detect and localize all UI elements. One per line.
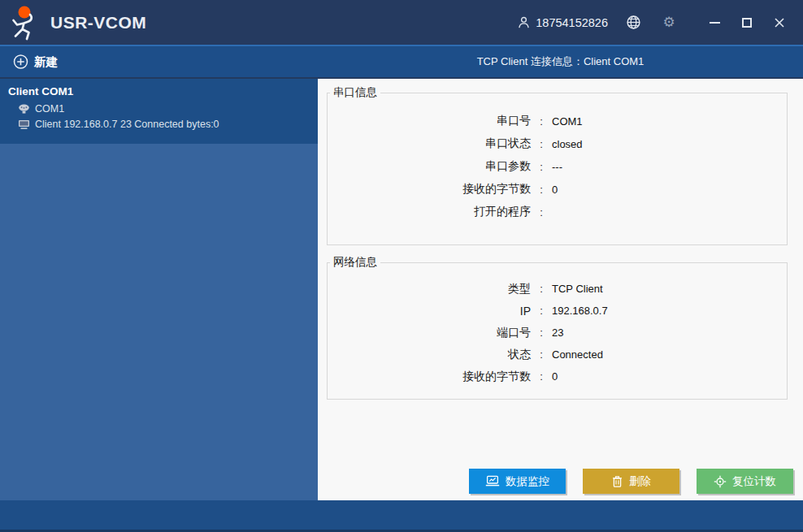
new-connection-label: 新建	[34, 54, 58, 70]
footer-bar	[0, 500, 803, 532]
info-row: 状态 : Connected	[328, 344, 787, 365]
info-value: 0	[552, 370, 787, 383]
info-value: 0	[552, 184, 787, 196]
info-label: IP	[328, 305, 531, 318]
globe-icon	[626, 15, 641, 30]
user-icon	[517, 15, 531, 29]
info-colon: :	[531, 305, 552, 317]
info-row: 接收的字节数 : 0	[328, 178, 787, 201]
settings-button[interactable]: ⚙	[657, 11, 681, 35]
info-colon: :	[531, 327, 552, 339]
maximize-icon	[742, 18, 752, 28]
serial-info-group: 串口信息 串口号 : COM1 串口状态 : closed 串口参数 : ---	[327, 85, 788, 245]
titlebar: USR-VCOM 18754152826	[0, 0, 803, 45]
connection-item-port: COM1	[35, 103, 64, 115]
info-row: 端口号 : 23	[328, 322, 787, 344]
info-row: IP : 192.168.0.7	[328, 300, 787, 322]
connection-sidebar: Client COM1 COM1	[0, 79, 318, 500]
close-button[interactable]	[767, 11, 792, 35]
network-info-legend: 网络信息	[330, 255, 380, 270]
language-button[interactable]	[621, 11, 645, 35]
info-row: 串口参数 : ---	[328, 155, 787, 178]
info-row: 接收的字节数 : 0	[328, 365, 787, 387]
delete-button[interactable]: 删除	[583, 469, 679, 494]
info-row: 串口状态 : closed	[328, 132, 787, 155]
info-value: closed	[552, 138, 787, 150]
user-account[interactable]: 18754152826	[517, 15, 608, 29]
connection-info-title: TCP Client 连接信息：Client COM1	[318, 46, 803, 77]
maximize-button[interactable]	[735, 11, 759, 35]
serial-port-icon	[18, 104, 30, 115]
info-colon: :	[531, 138, 552, 150]
connection-item-title: Client COM1	[8, 85, 310, 97]
info-label: 串口号	[328, 114, 531, 128]
target-icon	[714, 475, 727, 488]
new-connection-button[interactable]: 新建	[13, 54, 58, 70]
user-id: 18754152826	[536, 16, 608, 29]
info-colon: :	[531, 283, 552, 295]
connection-item-link: Client 192.168.0.7 23 Connected bytes:0	[35, 119, 219, 130]
info-value: Connected	[552, 348, 787, 361]
trash-icon	[611, 475, 623, 488]
info-colon: :	[531, 161, 552, 173]
minimize-icon	[710, 22, 720, 24]
detail-panel: 串口信息 串口号 : COM1 串口状态 : closed 串口参数 : ---	[318, 79, 803, 500]
data-monitor-button[interactable]: 数据监控	[469, 469, 566, 494]
info-colon: :	[531, 184, 552, 196]
usr-vcom-window: USR-VCOM 18754152826	[0, 0, 803, 532]
connection-item-port-row: COM1	[18, 103, 310, 115]
info-row: 类型 : TCP Client	[328, 278, 787, 300]
info-value: 192.168.0.7	[552, 305, 787, 317]
info-label: 打开的程序	[328, 205, 531, 219]
reset-count-label: 复位计数	[732, 474, 776, 489]
info-label: 端口号	[328, 326, 531, 340]
data-monitor-label: 数据监控	[506, 474, 549, 489]
monitor-icon	[18, 119, 30, 130]
info-colon: :	[531, 348, 552, 361]
plus-circle-icon	[13, 54, 28, 70]
minimize-button[interactable]	[702, 11, 727, 35]
connection-list-item-selected[interactable]: Client COM1 COM1	[0, 79, 318, 144]
delete-label: 删除	[629, 474, 651, 489]
app-logo-icon	[8, 5, 42, 41]
info-label: 接收的字节数	[328, 182, 531, 197]
main-area: Client COM1 COM1	[0, 79, 803, 500]
gear-icon: ⚙	[662, 15, 675, 29]
info-row: 打开的程序 :	[328, 201, 787, 223]
menubar: 新建 TCP Client 连接信息：Client COM1	[0, 45, 803, 79]
serial-info-legend: 串口信息	[330, 85, 380, 100]
connection-item-link-row: Client 192.168.0.7 23 Connected bytes:0	[18, 119, 310, 130]
action-button-row: 数据监控 删除	[318, 469, 803, 494]
info-value: ---	[552, 161, 787, 173]
info-value: COM1	[552, 115, 787, 128]
info-value: 23	[552, 327, 787, 339]
info-value: TCP Client	[552, 283, 787, 295]
info-colon: :	[531, 370, 552, 383]
info-label: 接收的字节数	[328, 370, 531, 384]
app-title: USR-VCOM	[50, 13, 146, 32]
info-row: 串口号 : COM1	[328, 110, 787, 132]
laptop-chart-icon	[485, 475, 500, 487]
app-brand: USR-VCOM	[8, 5, 146, 41]
info-label: 串口参数	[328, 159, 531, 174]
info-colon: :	[531, 206, 552, 218]
titlebar-controls: 18754152826 ⚙	[517, 11, 792, 35]
info-colon: :	[531, 115, 552, 128]
info-label: 状态	[328, 348, 531, 362]
network-info-group: 网络信息 类型 : TCP Client IP : 192.168.0.7 端口…	[327, 255, 788, 400]
info-label: 类型	[328, 282, 531, 296]
close-icon	[774, 17, 785, 28]
info-label: 串口状态	[328, 136, 531, 151]
reset-count-button[interactable]: 复位计数	[697, 469, 793, 494]
